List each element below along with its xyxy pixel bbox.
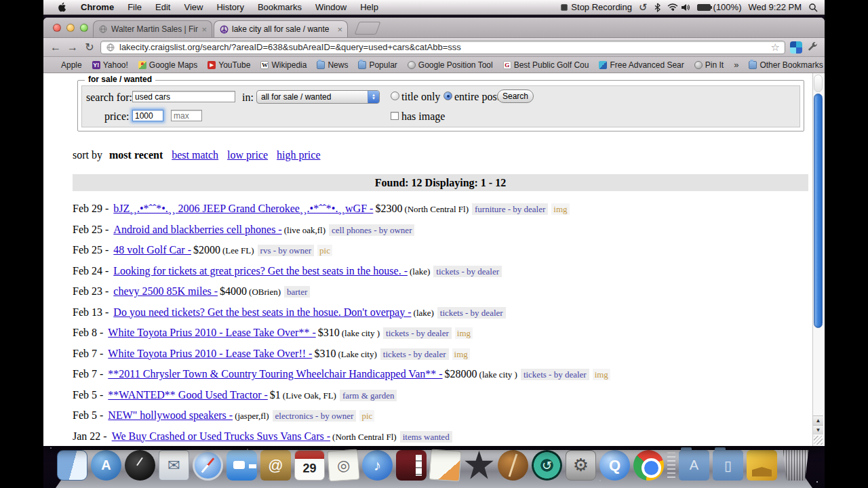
listing-category-link[interactable]: tickets - by dealer — [521, 369, 589, 380]
dock-separator[interactable] — [667, 450, 675, 481]
close-window-button[interactable] — [53, 24, 61, 32]
zoom-window-button[interactable] — [80, 24, 88, 32]
other-bookmarks-folder[interactable]: Other Bookmarks — [749, 60, 823, 70]
menu-item[interactable]: History — [210, 2, 250, 12]
imovie-icon[interactable] — [464, 450, 494, 481]
finder-icon[interactable] — [57, 450, 87, 481]
listing-category-link[interactable]: tickets - by dealer — [433, 266, 502, 277]
title-only-radio[interactable] — [391, 92, 399, 100]
price-max-input[interactable] — [171, 110, 202, 121]
sort-link[interactable]: best match — [172, 149, 218, 161]
entire-post-radio[interactable] — [443, 92, 452, 100]
quicktime-icon[interactable]: Q — [599, 450, 630, 481]
menu-item[interactable]: View — [177, 2, 210, 12]
listing-category-link[interactable]: items wanted — [400, 431, 452, 443]
bookmark-item[interactable]: Google Position Tool — [408, 60, 493, 70]
time-machine-menu-icon[interactable]: ↺ — [639, 1, 648, 14]
listing-title-link[interactable]: We Buy Crashed or Used Trucks Suvs Vans … — [112, 430, 330, 442]
bookmarks-overflow-chevron[interactable]: » — [734, 60, 738, 70]
listing-title-link[interactable]: Do you need tickets? Get the best seats … — [113, 306, 411, 318]
stop-recording-menu-item[interactable]: Stop Recording — [561, 2, 632, 12]
spotlight-icon[interactable] — [808, 3, 818, 12]
ical-icon[interactable]: 29 — [294, 450, 325, 481]
menu-item[interactable]: Bookmarks — [251, 2, 309, 12]
new-tab-button[interactable] — [355, 22, 381, 35]
menu-item[interactable]: Chrome — [74, 2, 121, 12]
app-store-icon[interactable]: A — [91, 450, 121, 481]
scrollbar-thumb[interactable] — [814, 94, 823, 328]
listing-category-link[interactable]: cell phones - by owner — [329, 224, 414, 236]
chrome-icon[interactable] — [633, 450, 664, 481]
listing-category-link[interactable]: electronics - by owner — [273, 410, 357, 422]
system-preferences-icon[interactable]: ⚙ — [566, 450, 596, 481]
page-scrollbar[interactable]: ▲ ▼ — [812, 73, 823, 446]
image-capture-icon[interactable] — [429, 449, 461, 481]
sort-link[interactable]: high price — [277, 149, 320, 161]
garageband-icon[interactable] — [498, 450, 528, 481]
listing-title-link[interactable]: NEW" hollywood speakers - — [108, 409, 233, 421]
listing-title-link[interactable]: **WANTED** Good Used Tractor - — [108, 389, 268, 401]
listing-title-link[interactable]: Looking for tickets at great prices? Get… — [113, 265, 408, 277]
menu-item[interactable]: Window — [309, 2, 353, 12]
listing-category-link[interactable]: tickets - by dealer — [437, 307, 506, 319]
bookmark-item[interactable]: G Best Public Golf Cou — [503, 60, 589, 70]
address-bar[interactable]: lakecity.craigslist.org/search/?areaID=6… — [100, 41, 785, 54]
bookmark-item[interactable]: Pin It — [694, 60, 724, 70]
applications-folder-icon[interactable]: A — [679, 450, 709, 481]
search-button[interactable]: Search — [497, 89, 534, 103]
category-select[interactable]: all for sale / wanted ▲▼ — [256, 90, 380, 104]
listing-category-link[interactable]: farm & garden — [340, 390, 397, 401]
wifi-icon[interactable] — [667, 3, 674, 12]
battery-indicator[interactable]: (100%) — [697, 2, 742, 12]
tab-close-icon[interactable]: × — [201, 25, 207, 34]
listing-title-link[interactable]: White Toyota Prius 2010 - Lease Take Ove… — [108, 348, 312, 359]
bookmark-star-icon[interactable]: ☆ — [771, 42, 780, 52]
extension-icon[interactable] — [790, 41, 802, 54]
photo-booth-icon[interactable] — [396, 450, 427, 481]
tab-walter-martin-sales[interactable]: Walter Martin Sales | Finding × — [93, 20, 212, 37]
dashboard-icon[interactable] — [125, 450, 155, 481]
itunes-icon[interactable]: ♪ — [362, 450, 393, 481]
listing-title-link[interactable]: chevy 2500 85K miles - — [113, 285, 218, 297]
installer-package-icon[interactable] — [747, 450, 777, 481]
bookmark-item[interactable]: Popular — [358, 60, 397, 70]
listing-title-link[interactable]: bJZ¸¸.•*ˆˆ*•.¸¸ 2006 JEEP Grand Cherokee… — [113, 203, 373, 214]
menu-clock[interactable]: Wed 9:22 PM — [748, 2, 802, 12]
bookmark-item[interactable]: Apple — [50, 60, 82, 70]
wrench-menu-icon[interactable] — [807, 41, 818, 53]
bookmark-item[interactable]: ▶ YouTube — [208, 60, 250, 70]
tab-lake-city-craigslist[interactable]: lake city all for sale / wante × — [214, 20, 348, 37]
volume-icon[interactable] — [681, 3, 690, 12]
safari-icon[interactable] — [193, 450, 223, 481]
iphoto-icon[interactable]: ◎ — [327, 449, 359, 481]
listing-category-link[interactable]: furniture - by dealer — [472, 203, 548, 215]
menu-item[interactable]: File — [121, 2, 149, 12]
price-min-input[interactable] — [132, 110, 163, 121]
menu-item[interactable]: Edit — [149, 2, 177, 12]
minimize-window-button[interactable] — [66, 24, 75, 32]
tab-close-icon[interactable]: × — [337, 25, 342, 34]
scroll-down-arrow[interactable]: ▼ — [813, 425, 823, 434]
listing-title-link[interactable]: Android and blackberries cell phones - — [113, 224, 281, 235]
listing-category-link[interactable]: barter — [284, 286, 310, 298]
documents-folder-icon[interactable]: ▯ — [713, 450, 743, 481]
listing-category-link[interactable]: tickets - by dealer — [380, 348, 449, 360]
scroll-up-arrow[interactable]: ▲ — [813, 415, 823, 425]
listing-category-link[interactable]: tickets - by dealer — [383, 327, 452, 339]
menu-item[interactable]: Help — [353, 2, 385, 12]
bookmark-item[interactable]: News — [317, 60, 348, 70]
forward-button[interactable]: → — [66, 42, 79, 53]
sort-link[interactable]: low price — [227, 149, 268, 161]
back-button[interactable]: ← — [50, 42, 62, 53]
search-query-input[interactable] — [132, 91, 235, 102]
address-book-icon[interactable]: @ — [260, 450, 291, 481]
time-machine-icon[interactable]: ↺ — [532, 450, 562, 481]
listing-title-link[interactable]: 48 volt Golf Car - — [113, 244, 191, 256]
listing-category-link[interactable]: rvs - by owner — [258, 245, 314, 256]
window-resize-grip[interactable] — [814, 436, 823, 445]
trash-icon[interactable] — [781, 450, 811, 481]
listing-title-link[interactable]: White Toyota Prius 2010 - Lease Take Ove… — [108, 327, 315, 338]
bookmark-item[interactable]: Free Advanced Sear — [599, 60, 684, 70]
bluetooth-icon[interactable] — [654, 3, 660, 12]
facetime-icon[interactable] — [226, 450, 257, 481]
